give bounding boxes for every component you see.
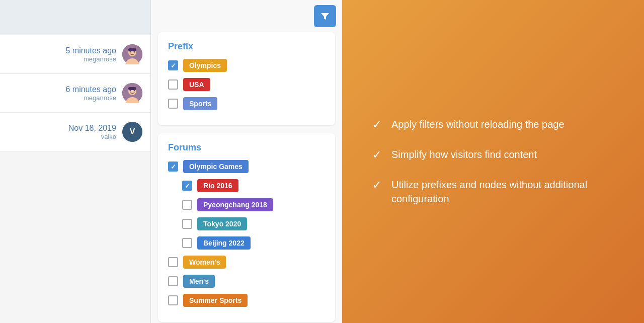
avatar [122, 83, 142, 103]
feature-text-2: Simplify how visitors find content [391, 147, 537, 162]
check-icon-3: ✓ [372, 179, 381, 192]
item-user: meganrose [65, 55, 116, 63]
tokyo-checkbox[interactable] [182, 219, 192, 229]
item-time: 6 minutes ago [65, 85, 116, 94]
filter-row: USA [168, 78, 325, 91]
svg-rect-11 [128, 87, 136, 90]
beijing-checkbox[interactable] [182, 238, 192, 248]
prefix-section: Prefix Olympics USA Sports [158, 32, 335, 125]
mens-checkbox[interactable] [168, 276, 178, 286]
usa-checkbox[interactable] [168, 79, 178, 90]
filter-row: Summer Sports [168, 294, 325, 307]
filter-panel: Prefix Olympics USA Sports Forums Olympi… [151, 0, 342, 323]
sidebar: 5 minutes ago meganrose 6 minutes ago me… [0, 0, 151, 323]
sports-checkbox[interactable] [168, 99, 178, 109]
womens-checkbox[interactable] [168, 257, 178, 267]
summer-sports-tag[interactable]: Summer Sports [183, 294, 248, 307]
feature-text-1: Apply filters without reloading the page [391, 117, 565, 131]
pyeongchang-tag[interactable]: Pyeongchang 2018 [197, 198, 273, 211]
olympics-tag[interactable]: Olympics [183, 59, 227, 72]
item-time: Nov 18, 2019 [68, 124, 116, 133]
item-user: valko [68, 133, 116, 140]
filter-row: Rio 2016 [182, 179, 325, 192]
pyeongchang-checkbox[interactable] [182, 200, 192, 210]
filter-btn-container [151, 0, 342, 32]
prefix-title: Prefix [168, 41, 325, 52]
filter-row: Olympic Games [168, 160, 325, 173]
forums-title: Forums [168, 142, 325, 153]
filter-button[interactable] [314, 5, 336, 27]
filter-row: Olympics [168, 59, 325, 72]
beijing-tag[interactable]: Beijing 2022 [197, 236, 251, 250]
olympic-games-checkbox[interactable] [168, 162, 178, 172]
check-icon-1: ✓ [372, 118, 381, 131]
usa-tag[interactable]: USA [183, 78, 210, 91]
womens-tag[interactable]: Women's [183, 256, 226, 269]
features-panel: ✓ Apply filters without reloading the pa… [342, 0, 644, 323]
tokyo-tag[interactable]: Tokyo 2020 [197, 217, 247, 230]
filter-row: Pyeongchang 2018 [182, 198, 325, 211]
item-user: meganrose [65, 94, 116, 102]
filter-row: Beijing 2022 [182, 236, 325, 250]
feature-item-2: ✓ Simplify how visitors find content [372, 147, 614, 162]
avatar: V [122, 122, 142, 142]
item-text: 5 minutes ago meganrose [65, 46, 116, 63]
item-text: 6 minutes ago meganrose [65, 85, 116, 102]
filter-row: Sports [168, 97, 325, 110]
list-item[interactable]: 5 minutes ago meganrose [0, 35, 150, 74]
check-icon-2: ✓ [372, 148, 381, 162]
feature-text-3: Utilize prefixes and nodes without addit… [391, 178, 614, 206]
avatar [122, 44, 142, 64]
olympics-checkbox[interactable] [168, 60, 178, 70]
olympic-games-tag[interactable]: Olympic Games [183, 160, 249, 173]
filter-row: Men's [168, 275, 325, 288]
filter-row: Tokyo 2020 [182, 217, 325, 230]
sports-tag[interactable]: Sports [183, 97, 217, 110]
forums-section: Forums Olympic Games Rio 2016 Pyeongchan… [158, 133, 335, 322]
feature-item-1: ✓ Apply filters without reloading the pa… [372, 117, 614, 131]
filter-icon [320, 11, 330, 21]
item-time: 5 minutes ago [65, 46, 116, 55]
summer-sports-checkbox[interactable] [168, 295, 178, 305]
mens-tag[interactable]: Men's [183, 275, 215, 288]
rio-tag[interactable]: Rio 2016 [197, 179, 238, 192]
list-item[interactable]: Nov 18, 2019 valko V [0, 113, 150, 151]
item-text: Nov 18, 2019 valko [68, 124, 116, 140]
list-item[interactable]: 6 minutes ago meganrose [0, 74, 150, 113]
sidebar-header [0, 0, 150, 35]
feature-item-3: ✓ Utilize prefixes and nodes without add… [372, 178, 614, 206]
filter-row: Women's [168, 256, 325, 269]
rio-checkbox[interactable] [182, 181, 192, 191]
svg-rect-5 [128, 48, 136, 51]
